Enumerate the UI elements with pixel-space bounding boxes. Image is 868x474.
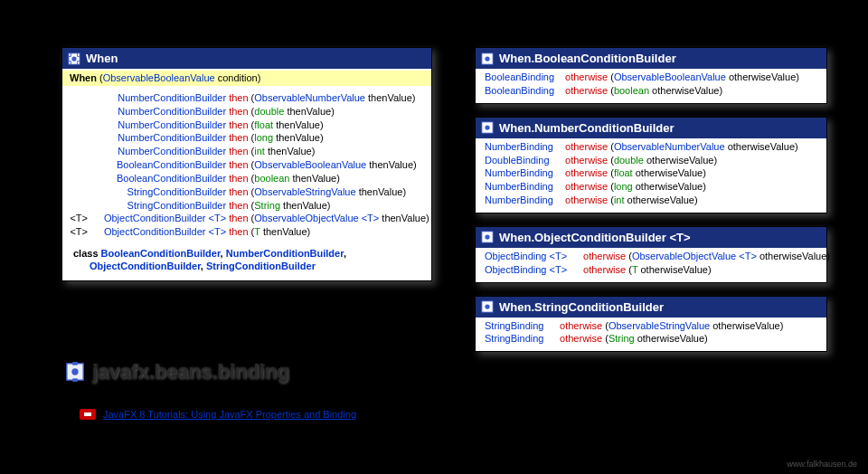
method-row: StringConditionBuilder then (ObservableS… bbox=[66, 185, 428, 199]
svg-rect-12 bbox=[72, 362, 78, 365]
puzzle-icon bbox=[68, 52, 80, 65]
classbox-when: When When (ObservableBooleanValue condit… bbox=[61, 47, 432, 281]
svg-point-7 bbox=[485, 235, 489, 240]
class-title: When.BooleanConditionBuilder bbox=[499, 52, 676, 65]
class-title: When.ObjectConditionBuilder <T> bbox=[499, 231, 691, 244]
svg-point-9 bbox=[485, 304, 489, 308]
method-row: NumberBinding otherwise (float otherwise… bbox=[479, 166, 823, 180]
puzzle-icon bbox=[481, 121, 494, 134]
svg-point-11 bbox=[71, 368, 78, 374]
classbox-obj: When.ObjectConditionBuilder <T> ObjectBi… bbox=[475, 226, 827, 283]
nested-classes: class BooleanConditionBuilder, NumberCon… bbox=[66, 244, 428, 261]
method-row: <T> ObjectConditionBuilder <T> then (Obs… bbox=[66, 212, 428, 225]
tutorial-link-row: JavaFX 8 Tutorials: Using JavaFX Propert… bbox=[80, 409, 356, 420]
classbox-str: When.StringConditionBuilder StringBindin… bbox=[475, 296, 827, 353]
puzzle-icon bbox=[481, 231, 494, 243]
puzzle-icon bbox=[65, 362, 85, 382]
method-row: NumberBinding otherwise (long otherwiseV… bbox=[479, 180, 823, 194]
method-row: <T> ObjectConditionBuilder <T> then (T t… bbox=[66, 225, 428, 239]
classbox-body: When (ObservableBooleanValue condition) … bbox=[62, 69, 431, 280]
method-row: BooleanConditionBuilder then (boolean th… bbox=[66, 172, 428, 185]
svg-point-1 bbox=[71, 56, 76, 61]
method-row: StringConditionBuilder then (String then… bbox=[66, 199, 428, 213]
classbox-bool: When.BooleanConditionBuilder BooleanBind… bbox=[475, 47, 827, 104]
class-title: When.StringConditionBuilder bbox=[499, 300, 664, 314]
classbox-header: When bbox=[62, 48, 431, 69]
method-row: BooleanConditionBuilder then (Observable… bbox=[66, 158, 428, 172]
class-title: When bbox=[86, 52, 118, 65]
puzzle-icon bbox=[481, 52, 494, 65]
tutorial-icon bbox=[80, 409, 96, 420]
constructor-row: When (ObservableBooleanValue condition) bbox=[62, 71, 431, 86]
method-row: NumberBinding otherwise (int otherwiseVa… bbox=[479, 194, 823, 207]
method-row: NumberConditionBuilder then (ObservableN… bbox=[66, 91, 428, 105]
method-row: StringBinding otherwise (String otherwis… bbox=[479, 332, 823, 346]
classbox-header: When.BooleanConditionBuilder bbox=[476, 48, 826, 69]
svg-point-3 bbox=[485, 56, 489, 61]
method-row: ObjectBinding <T> otherwise (ObservableO… bbox=[479, 250, 823, 263]
nested-classes-cont: ObjectConditionBuilder, StringConditionB… bbox=[66, 261, 428, 275]
puzzle-icon bbox=[481, 300, 494, 313]
method-row: NumberConditionBuilder then (float thenV… bbox=[66, 118, 428, 132]
method-row: BooleanBinding otherwise (boolean otherw… bbox=[479, 84, 823, 98]
classbox-header: When.ObjectConditionBuilder <T> bbox=[476, 227, 826, 248]
classbox-header: When.StringConditionBuilder bbox=[476, 297, 826, 318]
svg-point-5 bbox=[485, 126, 489, 130]
class-title: When.NumberConditionBuilder bbox=[499, 121, 675, 135]
method-row: NumberConditionBuilder then (long thenVa… bbox=[66, 131, 428, 145]
method-row: NumberConditionBuilder then (int thenVal… bbox=[66, 145, 428, 158]
package-title: javafx.beans.binding bbox=[65, 360, 289, 384]
svg-rect-13 bbox=[72, 378, 78, 382]
tutorial-link[interactable]: JavaFX 8 Tutorials: Using JavaFX Propert… bbox=[103, 409, 356, 420]
classbox-header: When.NumberConditionBuilder bbox=[476, 118, 826, 138]
package-name: javafx.beans.binding bbox=[92, 360, 289, 384]
method-row: NumberBinding otherwise (ObservableNumbe… bbox=[479, 140, 823, 154]
watermark: www.falkhausen.de bbox=[787, 460, 857, 469]
method-row: BooleanBinding otherwise (ObservableBool… bbox=[479, 71, 823, 84]
method-row: DoubleBinding otherwise (double otherwis… bbox=[479, 154, 823, 167]
classbox-num: When.NumberConditionBuilder NumberBindin… bbox=[475, 117, 827, 213]
method-row: NumberConditionBuilder then (double then… bbox=[66, 105, 428, 118]
method-row: ObjectBinding <T> otherwise (T otherwise… bbox=[479, 263, 823, 277]
method-row: StringBinding otherwise (ObservableStrin… bbox=[479, 319, 823, 333]
